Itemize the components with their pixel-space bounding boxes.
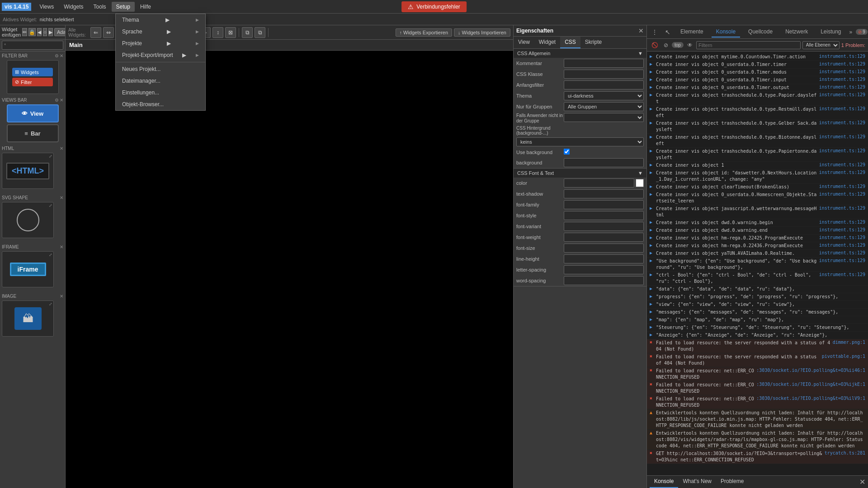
- widgets-export-btn[interactable]: ↑ Widgets Exportieren: [396, 28, 453, 37]
- menu-hilfe[interactable]: Hilfe: [136, 2, 156, 12]
- setup-menu-item-thema[interactable]: Thema▶: [116, 14, 205, 26]
- same-height-btn[interactable]: ↕: [212, 27, 223, 38]
- console-row-source[interactable]: dimmer.png:1: [833, 340, 865, 345]
- arrow-left-icon[interactable]: ◀: [37, 28, 42, 36]
- paste-btn[interactable]: ⧉: [255, 27, 265, 38]
- menu-views[interactable]: Views: [35, 2, 58, 12]
- console-row-source[interactable]: instrument.ts:129: [819, 84, 865, 89]
- svg-close-icon[interactable]: ✕: [60, 195, 63, 200]
- setup-menu-item-sprache[interactable]: Sprache▶: [116, 26, 205, 38]
- setup-menu-item-neues-projekt[interactable]: Neues Projekt...: [116, 63, 205, 75]
- footer-tab-probleme[interactable]: Probleme: [716, 476, 748, 488]
- image-close-icon[interactable]: ✕: [60, 294, 63, 299]
- footer-tab-whatsnew[interactable]: What's New: [678, 476, 716, 488]
- console-row-source[interactable]: instrument.ts:129: [819, 184, 865, 189]
- anfangsfilter-input[interactable]: [564, 80, 644, 89]
- kommentar-input[interactable]: [564, 59, 644, 68]
- align-center-h-btn[interactable]: ⇔: [103, 27, 114, 38]
- filter-bar-close-icon[interactable]: ✕: [60, 53, 63, 58]
- font-size-input[interactable]: [564, 244, 644, 253]
- console-row-source[interactable]: instrument.ts:129: [819, 54, 865, 59]
- setup-menu-item-projekte[interactable]: Projekte▶: [116, 38, 205, 49]
- css-font-dropdown[interactable]: ▼: [638, 170, 643, 176]
- image-widget-card[interactable]: ⤢ 🏔: [2, 300, 54, 337]
- console-row-source[interactable]: instrument.ts:129: [819, 192, 865, 197]
- console-filter-input[interactable]: [696, 41, 801, 49]
- use-background-checkbox[interactable]: [564, 149, 570, 155]
- iframe-widget-card[interactable]: ⤢ iFrame: [2, 251, 54, 287]
- text-shadow-input[interactable]: [564, 189, 644, 198]
- css-klasse-input[interactable]: [564, 70, 644, 79]
- devtools-tab-konsole[interactable]: Konsole: [712, 27, 740, 38]
- background-input[interactable]: rgba(1, 1, 1, 1) none repeat scroll 0% 0…: [564, 158, 644, 167]
- views-bar-close-icon[interactable]: ✕: [60, 98, 63, 103]
- pencil-icon[interactable]: ✏: [22, 28, 27, 36]
- console-row-source[interactable]: trycatch.ts:281: [825, 450, 865, 455]
- console-row-source[interactable]: instrument.ts:129: [819, 162, 865, 167]
- nur-gruppen-select[interactable]: Alle Gruppen: [564, 102, 644, 111]
- bar-button-widget[interactable]: ≡ Bar: [7, 124, 59, 142]
- svg-widget-card[interactable]: ⤢: [2, 202, 54, 238]
- devtools-more-tabs[interactable]: »: [849, 29, 853, 35]
- console-row-source[interactable]: instrument.ts:129: [819, 148, 865, 153]
- console-row-source[interactable]: instrument.ts:129: [819, 206, 865, 211]
- thema-select[interactable]: ui-darkness: [564, 91, 644, 100]
- devtools-tab-elemente[interactable]: Elemente: [676, 27, 708, 38]
- setup-menu-item-projekt-export[interactable]: Projekt-Export/import▶: [116, 49, 205, 61]
- menu-tools[interactable]: Tools: [89, 2, 111, 12]
- devtools-close-btn[interactable]: ✕: [859, 476, 865, 488]
- panel-close-btn[interactable]: ✕: [638, 27, 644, 34]
- devtools-cursor-btn[interactable]: ↖: [663, 28, 672, 37]
- setup-menu-item-einstellungen[interactable]: Einstellungen...: [116, 87, 205, 99]
- circle-icon[interactable]: ○: [43, 28, 47, 36]
- console-row-source[interactable]: instrument.ts:129: [819, 170, 865, 175]
- console-row-source[interactable]: instrument.ts:129: [819, 227, 865, 232]
- falls-anwender-select[interactable]: [564, 113, 644, 122]
- filter-bar-settings-icon[interactable]: ⚙: [55, 53, 59, 58]
- console-row-source[interactable]: instrument.ts:129: [819, 134, 865, 139]
- html-close-icon[interactable]: ✕: [60, 146, 63, 151]
- console-row-source[interactable]: instrument.ts:129: [819, 106, 865, 111]
- letter-spacing-input[interactable]: [564, 265, 644, 274]
- lock-icon[interactable]: 🔒: [28, 28, 36, 36]
- console-row-source[interactable]: instrument.ts:129: [819, 61, 865, 66]
- console-row-source[interactable]: instrument.ts:129: [819, 92, 865, 97]
- sidebar-search-input[interactable]: [2, 41, 63, 50]
- view-button-widget[interactable]: 👁 View: [7, 104, 59, 122]
- setup-menu-item-dateimanager[interactable]: Dateimanager...: [116, 75, 205, 87]
- console-row-source[interactable]: instrument.ts:129: [819, 69, 865, 74]
- console-row-source[interactable]: :3030/socket.io/?EIO.polling&t=O3%ilV9:1: [756, 396, 865, 401]
- css-allgemein-dropdown[interactable]: ▼: [638, 51, 643, 56]
- font-family-input[interactable]: [564, 200, 644, 209]
- console-row-source[interactable]: instrument.ts:129: [819, 272, 865, 277]
- arrow-right-icon[interactable]: ▶: [48, 28, 53, 36]
- prop-tab-css[interactable]: CSS: [560, 37, 580, 48]
- filter-filter-btn[interactable]: ⊘ Filter: [12, 78, 53, 86]
- same-size-btn[interactable]: ⊠: [225, 27, 236, 38]
- keins-select[interactable]: keins: [516, 137, 644, 146]
- console-filter-btn[interactable]: ⊘: [662, 42, 670, 49]
- console-row-source[interactable]: instrument.ts:129: [819, 250, 865, 255]
- console-row-source[interactable]: :3030/socket.io/?EIO.polling&t=O3%ijkE:1: [756, 382, 865, 387]
- console-row-source[interactable]: instrument.ts:129: [819, 243, 865, 248]
- devtools-dock-btn[interactable]: ⋮: [650, 28, 660, 37]
- copy-btn[interactable]: ⧉: [242, 27, 253, 38]
- console-eye-btn[interactable]: 👁: [685, 42, 694, 49]
- line-height-input[interactable]: [564, 254, 644, 263]
- align-left-btn[interactable]: ⇐: [90, 27, 101, 38]
- prop-tab-view[interactable]: View: [514, 37, 534, 48]
- setup-menu-item-objekt-browser[interactable]: Objekt-Browser...: [116, 99, 205, 110]
- console-row-source[interactable]: instrument.ts:129: [819, 258, 865, 263]
- log-level-select[interactable]: Alle Ebenen: [802, 41, 840, 49]
- props-scroll[interactable]: CSS Allgemein ▼ Kommentar CSS Klasse: [514, 49, 646, 488]
- views-bar-settings-icon[interactable]: ⚙: [55, 98, 59, 103]
- adapter-button[interactable]: Adapter: [54, 28, 66, 36]
- font-style-input[interactable]: [564, 211, 644, 220]
- footer-tab-konsole[interactable]: Konsole: [650, 476, 678, 488]
- prop-tab-skripte[interactable]: Skripte: [580, 37, 606, 48]
- prop-tab-widget[interactable]: Widget: [534, 37, 560, 48]
- html-widget-card[interactable]: ⤢ <HTML>: [2, 153, 54, 189]
- console-row-source[interactable]: pivottable.png:1: [822, 354, 865, 359]
- color-input[interactable]: [564, 178, 634, 188]
- font-weight-input[interactable]: [564, 233, 644, 242]
